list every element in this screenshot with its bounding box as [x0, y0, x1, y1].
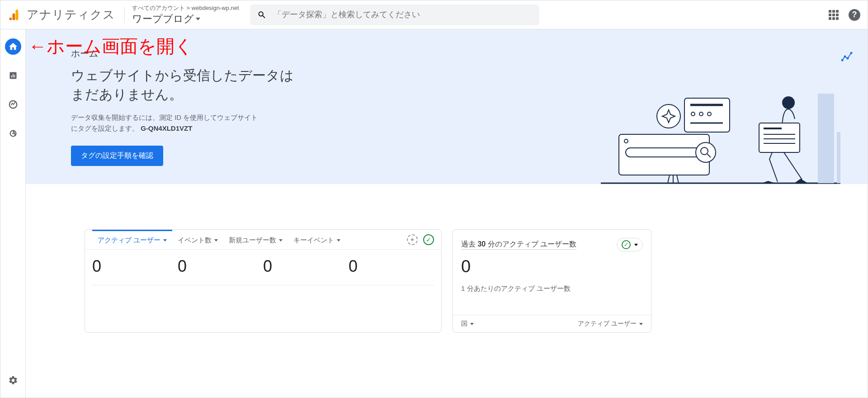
chevron-down-icon	[634, 244, 638, 246]
property-name: ワープブログ	[132, 12, 194, 26]
svg-point-11	[844, 56, 846, 58]
metric-tabs: アクティブ ユーザー イベント数 新規ユーザー数 キーイベント ✦ ✓	[85, 230, 441, 250]
svg-rect-0	[16, 9, 19, 20]
tab-label: アクティブ ユーザー	[98, 236, 160, 245]
tab-label: キーイベント	[293, 236, 334, 245]
tab-events[interactable]: イベント数	[172, 230, 223, 249]
tab-label: イベント数	[178, 236, 212, 245]
main: ホーム ウェブサイトから受信したデータは まだありません。 データ収集を開始する…	[26, 29, 868, 398]
svg-rect-4	[11, 76, 12, 77]
realtime-subtitle: 1 分あたりのアクティブ ユーザー数	[453, 281, 651, 297]
header: アナリティクス すべてのアカウント > webdesign-wp.net ワープ…	[0, 0, 868, 29]
svg-rect-34	[818, 94, 834, 183]
divider	[124, 7, 125, 23]
chevron-down-icon	[639, 323, 643, 325]
svg-rect-29	[759, 123, 800, 152]
tab-label: 新規ユーザー数	[229, 236, 276, 245]
realtime-card-title: 過去 30 分のアクティブ ユーザー数	[461, 240, 576, 250]
metric-value: 0	[263, 254, 349, 276]
svg-point-9	[12, 133, 14, 134]
chevron-down-icon	[196, 18, 200, 20]
product-name: アナリティクス	[27, 7, 115, 23]
dimension-selector-right[interactable]: アクティブ ユーザー	[578, 320, 643, 328]
metric-values: 0 0 0 0	[85, 250, 441, 285]
measurement-id: G-QN4XLD1VZT	[141, 124, 192, 132]
sidebar-advertising[interactable]	[5, 125, 21, 142]
sidebar	[0, 29, 26, 398]
realtime-dimensions: 国 アクティブ ユーザー	[453, 315, 651, 332]
cards-row: アクティブ ユーザー イベント数 新規ユーザー数 キーイベント ✦ ✓ 0 0 …	[26, 184, 868, 333]
realtime-value: 0	[453, 255, 651, 281]
dimension-selector-left[interactable]: 国	[461, 320, 474, 328]
tab-new-users[interactable]: 新規ユーザー数	[223, 230, 288, 249]
metric-value: 0	[349, 254, 434, 276]
help-icon[interactable]: ?	[849, 9, 860, 21]
svg-point-12	[847, 57, 849, 60]
realtime-card: 過去 30 分のアクティブ ユーザー数 ✓ 0 1 分あたりのアクティブ ユーザ…	[453, 229, 651, 333]
chevron-down-icon	[470, 323, 474, 325]
status-pill[interactable]: ✓	[617, 238, 643, 251]
chevron-down-icon	[337, 239, 340, 242]
account-path: すべてのアカウント > webdesign-wp.net	[132, 4, 239, 12]
svg-rect-6	[14, 75, 15, 77]
metric-value: 0	[92, 254, 178, 276]
sidebar-reports[interactable]	[5, 67, 21, 84]
svg-rect-5	[13, 74, 14, 78]
divider	[92, 285, 434, 285]
account-selector[interactable]: すべてのアカウント > webdesign-wp.net ワープブログ	[132, 4, 239, 26]
tag-instructions-button[interactable]: タグの設定手順を確認	[71, 146, 163, 166]
hero-description: データ収集を開始するには、測定 ID を使用してウェブサイトにタグを設定します。…	[71, 112, 261, 134]
search-icon	[257, 10, 267, 20]
sidebar-explore[interactable]	[5, 96, 21, 113]
svg-rect-1	[13, 13, 15, 20]
svg-point-18	[696, 142, 716, 162]
search-input[interactable]	[274, 10, 532, 19]
tab-active-users[interactable]: アクティブ ユーザー	[92, 230, 172, 249]
annotation-callout: ←ホーム画面を開く	[28, 34, 193, 59]
annotation-text: ←ホーム画面を開く	[28, 34, 193, 59]
chevron-down-icon	[163, 239, 167, 242]
svg-point-2	[9, 17, 12, 20]
hero-illustration	[601, 80, 840, 184]
svg-rect-35	[837, 132, 840, 183]
sidebar-admin[interactable]	[5, 372, 21, 389]
hero-heading-line1: ウェブサイトから受信したデータは	[71, 68, 294, 83]
overview-card: アクティブ ユーザー イベント数 新規ユーザー数 キーイベント ✦ ✓ 0 0 …	[85, 229, 442, 333]
chevron-down-icon	[214, 239, 218, 242]
insights-icon[interactable]	[841, 52, 854, 65]
metric-value: 0	[178, 254, 263, 276]
analytics-logo-icon	[8, 9, 20, 21]
sidebar-home[interactable]	[5, 38, 21, 55]
svg-point-28	[782, 96, 795, 109]
tab-key-events[interactable]: キーイベント	[288, 230, 346, 249]
status-ok-icon[interactable]: ✓	[423, 234, 434, 245]
check-icon: ✓	[622, 240, 631, 249]
hero-heading-line2: まだありません。	[71, 87, 183, 102]
chevron-down-icon	[279, 239, 283, 242]
search-bar[interactable]	[250, 5, 539, 25]
svg-point-21	[657, 104, 680, 128]
add-metric-icon[interactable]: ✦	[407, 234, 418, 245]
apps-icon[interactable]	[829, 10, 839, 20]
